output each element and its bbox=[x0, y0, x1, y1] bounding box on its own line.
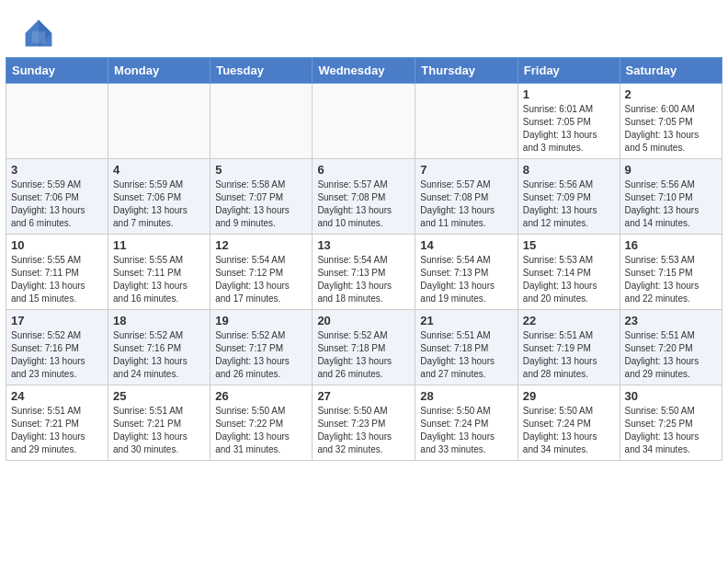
day-info: Sunrise: 5:51 AMSunset: 7:21 PMDaylight:… bbox=[11, 405, 103, 456]
day-info: Sunrise: 5:57 AMSunset: 7:08 PMDaylight:… bbox=[317, 178, 410, 230]
calendar-cell: 25Sunrise: 5:51 AMSunset: 7:21 PMDayligh… bbox=[108, 385, 210, 461]
calendar-table: SundayMondayTuesdayWednesdayThursdayFrid… bbox=[6, 57, 722, 461]
day-info: Sunrise: 5:50 AMSunset: 7:23 PMDaylight:… bbox=[317, 405, 410, 456]
day-info: Sunrise: 5:55 AMSunset: 7:11 PMDaylight:… bbox=[11, 254, 103, 305]
calendar-cell: 29Sunrise: 5:50 AMSunset: 7:24 PMDayligh… bbox=[518, 385, 620, 461]
calendar-cell: 17Sunrise: 5:52 AMSunset: 7:16 PMDayligh… bbox=[6, 310, 108, 385]
day-info: Sunrise: 5:51 AMSunset: 7:21 PMDaylight:… bbox=[113, 405, 205, 456]
calendar-week-2: 3Sunrise: 5:59 AMSunset: 7:06 PMDaylight… bbox=[6, 159, 722, 235]
calendar-cell: 15Sunrise: 5:53 AMSunset: 7:14 PMDayligh… bbox=[518, 235, 620, 310]
calendar-cell: 23Sunrise: 5:51 AMSunset: 7:20 PMDayligh… bbox=[620, 310, 722, 385]
calendar-cell: 8Sunrise: 5:56 AMSunset: 7:09 PMDaylight… bbox=[518, 159, 620, 235]
calendar-week-4: 17Sunrise: 5:52 AMSunset: 7:16 PMDayligh… bbox=[6, 310, 722, 385]
calendar-cell bbox=[313, 84, 415, 159]
day-info: Sunrise: 5:54 AMSunset: 7:13 PMDaylight:… bbox=[317, 254, 410, 305]
day-info: Sunrise: 5:56 AMSunset: 7:10 PMDaylight:… bbox=[625, 178, 717, 230]
calendar-header: SundayMondayTuesdayWednesdayThursdayFrid… bbox=[6, 58, 722, 84]
day-info: Sunrise: 5:50 AMSunset: 7:22 PMDaylight:… bbox=[215, 405, 307, 456]
day-number: 20 bbox=[317, 314, 410, 327]
calendar-cell: 18Sunrise: 5:52 AMSunset: 7:16 PMDayligh… bbox=[108, 310, 210, 385]
day-info: Sunrise: 5:52 AMSunset: 7:16 PMDaylight:… bbox=[11, 329, 103, 381]
calendar-cell: 22Sunrise: 5:51 AMSunset: 7:19 PMDayligh… bbox=[518, 310, 620, 385]
day-number: 7 bbox=[420, 163, 512, 177]
day-info: Sunrise: 5:52 AMSunset: 7:18 PMDaylight:… bbox=[317, 329, 410, 381]
day-info: Sunrise: 5:55 AMSunset: 7:11 PMDaylight:… bbox=[113, 254, 205, 305]
calendar-cell: 27Sunrise: 5:50 AMSunset: 7:23 PMDayligh… bbox=[313, 385, 415, 461]
day-number: 16 bbox=[625, 238, 717, 252]
calendar-body: 1Sunrise: 6:01 AMSunset: 7:05 PMDaylight… bbox=[6, 84, 722, 461]
day-number: 8 bbox=[523, 163, 615, 177]
logo bbox=[22, 17, 61, 50]
calendar-cell: 11Sunrise: 5:55 AMSunset: 7:11 PMDayligh… bbox=[108, 235, 210, 310]
calendar-cell: 28Sunrise: 5:50 AMSunset: 7:24 PMDayligh… bbox=[415, 385, 518, 461]
day-number: 22 bbox=[523, 314, 615, 327]
calendar-cell: 10Sunrise: 5:55 AMSunset: 7:11 PMDayligh… bbox=[6, 235, 108, 310]
calendar-week-3: 10Sunrise: 5:55 AMSunset: 7:11 PMDayligh… bbox=[6, 235, 722, 310]
day-info: Sunrise: 5:58 AMSunset: 7:07 PMDaylight:… bbox=[215, 178, 307, 230]
calendar-week-1: 1Sunrise: 6:01 AMSunset: 7:05 PMDaylight… bbox=[6, 84, 722, 159]
calendar-container: SundayMondayTuesdayWednesdayThursdayFrid… bbox=[0, 57, 728, 466]
day-info: Sunrise: 5:54 AMSunset: 7:13 PMDaylight:… bbox=[420, 254, 512, 305]
day-number: 24 bbox=[11, 389, 103, 403]
day-number: 10 bbox=[11, 238, 103, 252]
day-number: 17 bbox=[11, 314, 103, 327]
weekday-header-row: SundayMondayTuesdayWednesdayThursdayFrid… bbox=[6, 58, 722, 84]
day-info: Sunrise: 5:54 AMSunset: 7:12 PMDaylight:… bbox=[215, 254, 307, 305]
day-info: Sunrise: 5:51 AMSunset: 7:19 PMDaylight:… bbox=[523, 329, 615, 381]
day-info: Sunrise: 5:52 AMSunset: 7:16 PMDaylight:… bbox=[113, 329, 205, 381]
day-info: Sunrise: 5:50 AMSunset: 7:24 PMDaylight:… bbox=[523, 405, 615, 456]
calendar-cell: 13Sunrise: 5:54 AMSunset: 7:13 PMDayligh… bbox=[313, 235, 415, 310]
day-number: 12 bbox=[215, 238, 307, 252]
day-number: 4 bbox=[113, 163, 205, 177]
weekday-header-saturday: Saturday bbox=[620, 58, 722, 84]
calendar-cell bbox=[210, 84, 313, 159]
day-number: 23 bbox=[625, 314, 717, 327]
day-number: 28 bbox=[420, 389, 512, 403]
day-info: Sunrise: 5:57 AMSunset: 7:08 PMDaylight:… bbox=[420, 178, 512, 230]
calendar-cell bbox=[108, 84, 210, 159]
day-number: 13 bbox=[317, 238, 410, 252]
page-header bbox=[0, 0, 728, 57]
day-number: 15 bbox=[523, 238, 615, 252]
day-number: 1 bbox=[523, 87, 615, 101]
day-number: 9 bbox=[625, 163, 717, 177]
day-info: Sunrise: 5:50 AMSunset: 7:25 PMDaylight:… bbox=[625, 405, 717, 456]
day-info: Sunrise: 5:50 AMSunset: 7:24 PMDaylight:… bbox=[420, 405, 512, 456]
day-number: 5 bbox=[215, 163, 307, 177]
calendar-cell bbox=[415, 84, 518, 159]
day-number: 14 bbox=[420, 238, 512, 252]
calendar-cell: 1Sunrise: 6:01 AMSunset: 7:05 PMDaylight… bbox=[518, 84, 620, 159]
day-info: Sunrise: 5:59 AMSunset: 7:06 PMDaylight:… bbox=[11, 178, 103, 230]
calendar-cell: 12Sunrise: 5:54 AMSunset: 7:12 PMDayligh… bbox=[210, 235, 313, 310]
day-number: 2 bbox=[625, 87, 717, 101]
svg-rect-2 bbox=[32, 31, 45, 43]
calendar-cell: 21Sunrise: 5:51 AMSunset: 7:18 PMDayligh… bbox=[415, 310, 518, 385]
calendar-week-5: 24Sunrise: 5:51 AMSunset: 7:21 PMDayligh… bbox=[6, 385, 722, 461]
calendar-cell: 5Sunrise: 5:58 AMSunset: 7:07 PMDaylight… bbox=[210, 159, 313, 235]
calendar-cell: 14Sunrise: 5:54 AMSunset: 7:13 PMDayligh… bbox=[415, 235, 518, 310]
day-info: Sunrise: 5:56 AMSunset: 7:09 PMDaylight:… bbox=[523, 178, 615, 230]
weekday-header-wednesday: Wednesday bbox=[313, 58, 415, 84]
weekday-header-friday: Friday bbox=[518, 58, 620, 84]
calendar-cell: 4Sunrise: 5:59 AMSunset: 7:06 PMDaylight… bbox=[108, 159, 210, 235]
calendar-cell: 24Sunrise: 5:51 AMSunset: 7:21 PMDayligh… bbox=[6, 385, 108, 461]
calendar-cell: 6Sunrise: 5:57 AMSunset: 7:08 PMDaylight… bbox=[313, 159, 415, 235]
calendar-cell: 7Sunrise: 5:57 AMSunset: 7:08 PMDaylight… bbox=[415, 159, 518, 235]
calendar-cell: 26Sunrise: 5:50 AMSunset: 7:22 PMDayligh… bbox=[210, 385, 313, 461]
calendar-cell: 9Sunrise: 5:56 AMSunset: 7:10 PMDaylight… bbox=[620, 159, 722, 235]
weekday-header-tuesday: Tuesday bbox=[210, 58, 313, 84]
weekday-header-thursday: Thursday bbox=[415, 58, 518, 84]
calendar-cell: 30Sunrise: 5:50 AMSunset: 7:25 PMDayligh… bbox=[620, 385, 722, 461]
day-number: 18 bbox=[113, 314, 205, 327]
day-number: 11 bbox=[113, 238, 205, 252]
day-info: Sunrise: 6:00 AMSunset: 7:05 PMDaylight:… bbox=[625, 103, 717, 155]
day-info: Sunrise: 5:53 AMSunset: 7:15 PMDaylight:… bbox=[625, 254, 717, 305]
day-number: 21 bbox=[420, 314, 512, 327]
day-number: 30 bbox=[625, 389, 717, 403]
day-number: 27 bbox=[317, 389, 410, 403]
day-info: Sunrise: 5:51 AMSunset: 7:20 PMDaylight:… bbox=[625, 329, 717, 381]
day-info: Sunrise: 5:52 AMSunset: 7:17 PMDaylight:… bbox=[215, 329, 307, 381]
day-number: 6 bbox=[317, 163, 410, 177]
calendar-cell: 2Sunrise: 6:00 AMSunset: 7:05 PMDaylight… bbox=[620, 84, 722, 159]
day-number: 29 bbox=[523, 389, 615, 403]
